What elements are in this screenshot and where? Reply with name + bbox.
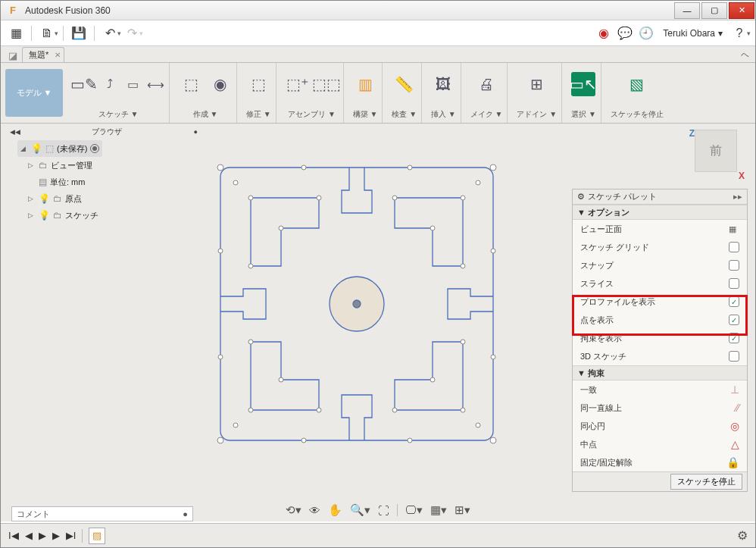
comment-bar[interactable]: コメント ●: [11, 506, 193, 521]
select-icon[interactable]: ▭↖: [571, 72, 595, 96]
orbit-icon[interactable]: ⟲▾: [286, 503, 301, 517]
look-icon[interactable]: 👁: [309, 504, 320, 517]
svg-point-25: [301, 438, 306, 443]
constraint-concentric[interactable]: 同心円◎: [573, 417, 747, 435]
comment-expand-icon[interactable]: ●: [183, 509, 188, 518]
option-look-at[interactable]: ビュー正面▦: [573, 220, 747, 238]
checkbox-checked[interactable]: ✓: [729, 296, 739, 307]
ribbon-collapse-icon[interactable]: ヘ: [741, 49, 749, 61]
timeline-sketch-feature[interactable]: ▨: [89, 528, 105, 544]
addins-icon[interactable]: ⊞: [525, 72, 549, 96]
workspace-selector[interactable]: モデル ▼: [5, 69, 63, 117]
option-grid[interactable]: スケッチ グリッド: [573, 238, 747, 256]
bulb-icon[interactable]: 💡: [39, 193, 50, 204]
ribbon-label-addins: アドイン ▼: [517, 109, 557, 120]
timeline-play-icon[interactable]: ▶: [39, 530, 46, 541]
fit-icon[interactable]: ⛶: [378, 504, 389, 517]
viewcube[interactable]: 前: [695, 130, 737, 172]
apps-grid-icon[interactable]: ▦: [5, 23, 27, 44]
plane-icon[interactable]: ▥: [353, 72, 377, 96]
expand-icon[interactable]: ▷: [28, 211, 36, 219]
timeline-prev-icon[interactable]: ◀: [25, 530, 33, 541]
tree-item-units[interactable]: ▤ 単位: mm: [39, 174, 102, 190]
tree-item-views[interactable]: ▷ 🗀 ビュー管理: [28, 157, 102, 174]
minimize-button[interactable]: —: [674, 2, 700, 19]
look-at-icon[interactable]: ▦: [726, 223, 739, 235]
tab-close-icon[interactable]: ✕: [55, 51, 61, 59]
stop-sketch-button[interactable]: スケッチを停止: [670, 474, 742, 490]
option-show-points[interactable]: 点を表示✓: [573, 311, 747, 329]
constraint-collinear[interactable]: 同一直線上⁄⁄: [573, 399, 747, 417]
viewport-icon[interactable]: ⊞▾: [455, 503, 470, 517]
svg-point-21: [317, 408, 321, 412]
line-icon[interactable]: ⤴: [101, 75, 119, 93]
palette-section-options[interactable]: ▼ オプション: [573, 205, 747, 220]
record-icon[interactable]: ◉: [593, 23, 614, 44]
palette-title-bar[interactable]: ⚙ スケッチ パレット ▸▸: [573, 189, 747, 205]
ribbon-label-modify: 修正 ▼: [246, 109, 271, 120]
constraint-midpoint[interactable]: 中点△: [573, 435, 747, 453]
root-label: (未保存): [57, 143, 87, 155]
joint-icon[interactable]: ⬚⁺: [286, 72, 310, 96]
bulb-icon[interactable]: 💡: [31, 143, 42, 154]
constraint-fix[interactable]: 固定/固定解除🔒: [573, 453, 747, 471]
press-pull-icon[interactable]: ⬚: [246, 72, 270, 96]
insert-image-icon[interactable]: 🖼: [431, 72, 455, 96]
checkbox[interactable]: [729, 242, 739, 252]
zoom-icon[interactable]: 🔍▾: [350, 503, 370, 517]
expand-icon[interactable]: ▷: [28, 195, 36, 202]
tree-item-sketches[interactable]: ▷ 💡 🗀 スケッチ: [28, 207, 102, 224]
as-built-joint-icon[interactable]: ⬚⬚: [314, 72, 339, 96]
stop-sketch-icon[interactable]: ▧: [625, 72, 649, 96]
rectangle-icon[interactable]: ▭: [123, 75, 142, 93]
browser-tree: ◢ 💡 ⬚ (未保存) ▷ 🗀 ビュー管理 ▤ 単位: mm ▷ 💡 🗀 原点 …: [17, 140, 102, 224]
checkbox-checked[interactable]: ✓: [729, 315, 739, 325]
pan-icon[interactable]: ✋: [328, 503, 342, 517]
title-bar: F Autodesk Fusion 360 — ▢ ✕: [1, 1, 755, 20]
user-menu[interactable]: Teruki Obara ▾: [657, 28, 729, 39]
sketch-drawing[interactable]: [205, 152, 508, 456]
option-slice[interactable]: スライス: [573, 274, 747, 293]
browser-minimize-icon[interactable]: ●: [194, 128, 198, 136]
timeline-start-icon[interactable]: I◀: [8, 530, 19, 541]
chat-icon[interactable]: 💬: [614, 23, 636, 44]
maximize-button[interactable]: ▢: [701, 2, 727, 19]
expand-icon[interactable]: ▷: [28, 161, 36, 169]
pin-icon[interactable]: ▸▸: [733, 192, 742, 202]
timeline-end-icon[interactable]: ▶I: [66, 530, 77, 541]
sphere-icon[interactable]: ◉: [208, 72, 232, 96]
browser-collapse-icon[interactable]: ◀◀: [10, 128, 20, 136]
clock-icon[interactable]: 🕘: [636, 23, 657, 44]
grid-settings-icon[interactable]: ▦▾: [430, 503, 447, 517]
measure-icon[interactable]: 📏: [392, 72, 417, 96]
app-logo-icon: F: [5, 3, 20, 18]
checkbox-checked[interactable]: ✓: [729, 333, 739, 343]
tree-item-origin[interactable]: ▷ 💡 🗀 原点: [28, 190, 102, 207]
option-show-profile[interactable]: プロファイルを表示✓: [573, 293, 747, 311]
constraint-coincident[interactable]: 一致⊥: [573, 380, 747, 399]
palette-section-constraints[interactable]: ▼ 拘束: [573, 365, 747, 380]
tree-root[interactable]: ◢ 💡 ⬚ (未保存): [17, 140, 102, 157]
checkbox[interactable]: [729, 351, 739, 362]
ribbon-group-sketch: ▭✎ ⤴ ▭ ⟷ スケッチ ▼: [67, 63, 170, 123]
expand-icon[interactable]: ◢: [20, 145, 28, 152]
settings-gear-icon[interactable]: ⚙: [737, 528, 748, 543]
checkbox[interactable]: [729, 278, 739, 289]
checkbox[interactable]: [729, 260, 739, 271]
app-title: Autodesk Fusion 360: [25, 5, 673, 16]
option-show-constraints[interactable]: 拘束を表示✓: [573, 329, 747, 347]
close-button[interactable]: ✕: [729, 2, 754, 19]
option-snap[interactable]: スナップ: [573, 256, 747, 274]
browser-panel-header: ◀◀ ブラウザ ●: [10, 125, 198, 139]
save-icon[interactable]: 💾: [68, 23, 89, 44]
document-tab[interactable]: 無題* ✕: [22, 47, 64, 62]
extrude-icon[interactable]: ⬚: [179, 72, 203, 96]
option-3d-sketch[interactable]: 3D スケッチ: [573, 347, 747, 365]
create-sketch-icon[interactable]: ▭✎: [72, 72, 96, 96]
activate-icon[interactable]: [90, 144, 99, 153]
timeline-next-icon[interactable]: ▶: [52, 530, 60, 541]
print-3d-icon[interactable]: 🖨: [474, 72, 498, 96]
bulb-icon[interactable]: 💡: [39, 210, 50, 221]
dimension-icon[interactable]: ⟷: [146, 75, 164, 93]
display-settings-icon[interactable]: 🖵▾: [405, 503, 423, 517]
